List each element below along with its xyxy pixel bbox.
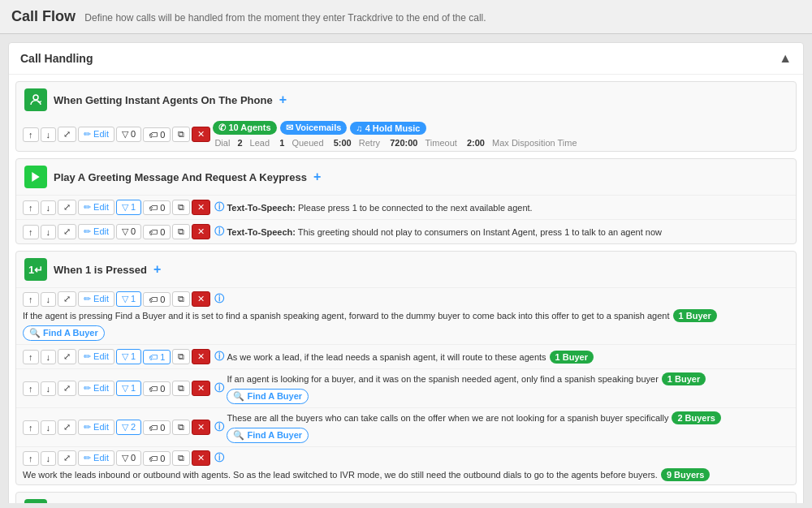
tag-button[interactable]: 🏷 0 [143, 127, 171, 142]
move-down-button[interactable]: ↓ [41, 292, 57, 307]
filter-button[interactable]: ▽ 0 [116, 127, 141, 142]
move-button[interactable]: ⤢ [58, 349, 76, 364]
filter-button[interactable]: ▽ 1 [116, 349, 141, 364]
edit-button[interactable]: ✏ Edit [78, 381, 114, 396]
section-greeting-title: Play A Greeting Message And Request A Ke… [54, 171, 307, 183]
move-button[interactable]: ⤢ [58, 450, 76, 466]
move-up-button[interactable]: ↑ [23, 200, 39, 215]
delete-button[interactable]: ✕ [192, 224, 210, 239]
section-instant-agents-title: When Getting Instant Agents On The Phone [54, 94, 273, 106]
delete-button[interactable]: ✕ [192, 450, 210, 466]
keypress-row-1-text: If the agent is pressing Find a Buyer an… [23, 311, 670, 321]
voicemails-badge: ✉ Voicemails [280, 121, 348, 135]
call-handling-card: Call Handling ▲ When Getting Instant Age… [8, 42, 804, 503]
keypress-row-2-text: As we work a lead, if the lead needs a s… [227, 352, 546, 362]
move-down-button[interactable]: ↓ [41, 420, 57, 435]
edit-button[interactable]: ✏ Edit [78, 200, 114, 215]
move-down-button[interactable]: ↓ [41, 200, 57, 215]
info-icon: ⓘ [214, 225, 224, 239]
delete-button[interactable]: ✕ [192, 349, 210, 364]
copy-button[interactable]: ⧉ [172, 450, 190, 466]
edit-button[interactable]: ✏ Edit [78, 291, 114, 307]
copy-button[interactable]: ⧉ [172, 381, 190, 396]
greeting-row-1: ↑ ↓ ⤢ ✏ Edit ▽ 1 🏷 0 ⧉ ✕ ⓘ Text-To-Speec… [16, 195, 796, 219]
copy-button[interactable]: ⧉ [172, 127, 190, 142]
move-down-button[interactable]: ↓ [41, 127, 57, 142]
filter-button[interactable]: ▽ 1 [116, 381, 141, 396]
edit-button[interactable]: ✏ Edit [78, 349, 114, 364]
page-title: Call Flow [11, 8, 76, 24]
main-content: Call Handling ▲ When Getting Instant Age… [0, 34, 812, 503]
tag-button[interactable]: 🏷 0 [143, 292, 171, 307]
tag-button[interactable]: 🏷 1 [143, 350, 171, 364]
section-keypress-add[interactable]: + [153, 262, 161, 277]
move-up-button[interactable]: ↑ [23, 127, 39, 142]
info-icon: ⓘ [214, 350, 224, 364]
move-up-button[interactable]: ↑ [23, 420, 39, 435]
tag-button[interactable]: 🏷 0 [143, 420, 171, 435]
buyer-badge-1: 1 Buyer [673, 309, 717, 322]
info-icon: ⓘ [214, 451, 224, 465]
section-keypress-rows: ↑ ↓ ⤢ ✏ Edit ▽ 1 🏷 0 ⧉ ✕ ⓘ If the agent … [16, 287, 796, 484]
tag-button[interactable]: 🏷 0 [143, 225, 171, 239]
move-down-button[interactable]: ↓ [41, 350, 57, 364]
edit-button[interactable]: ✏ Edit [78, 450, 114, 466]
edit-button[interactable]: ✏ Edit [78, 224, 114, 239]
collapse-button[interactable]: ▲ [779, 51, 792, 66]
tag-button[interactable]: 🏷 0 [143, 381, 171, 396]
filter-button[interactable]: ▽ 1 [116, 291, 141, 307]
find-buyer-badge-3: 🔍 Find A Buyer [227, 389, 309, 404]
section-greeting-icon [24, 166, 47, 188]
section-greeting-rows: ↑ ↓ ⤢ ✏ Edit ▽ 1 🏷 0 ⧉ ✕ ⓘ Text-To-Speec… [16, 195, 796, 243]
delete-button[interactable]: ✕ [192, 127, 210, 142]
find-buyer-badge-4: 🔍 Find A Buyer [227, 428, 309, 443]
tag-button[interactable]: 🏷 0 [143, 200, 171, 215]
section-greeting-header: Play A Greeting Message And Request A Ke… [16, 159, 796, 195]
move-down-button[interactable]: ↓ [41, 225, 57, 239]
delete-button[interactable]: ✕ [192, 200, 210, 215]
delete-button[interactable]: ✕ [192, 420, 210, 435]
filter-button[interactable]: ▽ 0 [116, 224, 141, 239]
section-keypress: 1↵ When 1 is Pressed + ↑ ↓ ⤢ ✏ Edit ▽ 1 … [15, 251, 797, 485]
edit-button[interactable]: ✏ Edit [78, 420, 114, 435]
tag-button[interactable]: 🏷 0 [143, 451, 171, 466]
section-keypress-title: When 1 is Pressed [54, 264, 147, 276]
move-up-button[interactable]: ↑ [23, 292, 39, 307]
move-button[interactable]: ⤢ [58, 127, 76, 142]
edit-button[interactable]: ✏ Edit [78, 127, 114, 142]
delete-button[interactable]: ✕ [192, 291, 210, 307]
find-buyer-badge-1: 🔍 Find A Buyer [23, 325, 105, 341]
move-down-button[interactable]: ↓ [41, 381, 57, 396]
copy-button[interactable]: ⧉ [172, 224, 190, 239]
move-button[interactable]: ⤢ [58, 381, 76, 396]
keypress-row-4: ↑ ↓ ⤢ ✏ Edit ▽ 2 🏷 0 ⧉ ✕ ⓘ These are all… [16, 407, 796, 446]
move-up-button[interactable]: ↑ [23, 350, 39, 364]
delete-button[interactable]: ✕ [192, 381, 210, 396]
section-answering-machine: When an answering machine is detected + … [15, 492, 797, 503]
move-up-button[interactable]: ↑ [23, 451, 39, 466]
move-button[interactable]: ⤢ [58, 291, 76, 307]
move-down-button[interactable]: ↓ [41, 451, 57, 466]
move-button[interactable]: ⤢ [58, 420, 76, 435]
section-instant-agents-icon [24, 88, 47, 111]
keypress-row-2: ↑ ↓ ⤢ ✏ Edit ▽ 1 🏷 1 ⧉ ✕ ⓘ As we work a … [16, 344, 796, 368]
move-up-button[interactable]: ↑ [23, 381, 39, 396]
filter-button[interactable]: ▽ 0 [116, 450, 141, 466]
keypress-row-1: ↑ ↓ ⤢ ✏ Edit ▽ 1 🏷 0 ⧉ ✕ ⓘ If the agent … [16, 287, 796, 344]
buyer-badge-5: 9 Buyers [661, 468, 710, 481]
copy-button[interactable]: ⧉ [172, 420, 190, 435]
agents-badge: ✆ 10 Agents [213, 121, 276, 135]
filter-button[interactable]: ▽ 1 [116, 200, 141, 215]
section-greeting-add[interactable]: + [313, 170, 321, 184]
copy-button[interactable]: ⧉ [172, 200, 190, 215]
filter-button[interactable]: ▽ 2 [116, 420, 141, 435]
stat-display: Dial 2 Lead 1 Queued 5:00 Retry 720:00 T… [214, 138, 577, 148]
move-button[interactable]: ⤢ [58, 224, 76, 239]
copy-button[interactable]: ⧉ [172, 291, 190, 307]
move-button[interactable]: ⤢ [58, 200, 76, 215]
section-instant-agents-add[interactable]: + [279, 93, 287, 107]
section-keypress-icon: 1↵ [24, 258, 47, 281]
copy-button[interactable]: ⧉ [172, 349, 190, 364]
move-up-button[interactable]: ↑ [23, 225, 39, 239]
section-greeting: Play A Greeting Message And Request A Ke… [15, 158, 797, 244]
